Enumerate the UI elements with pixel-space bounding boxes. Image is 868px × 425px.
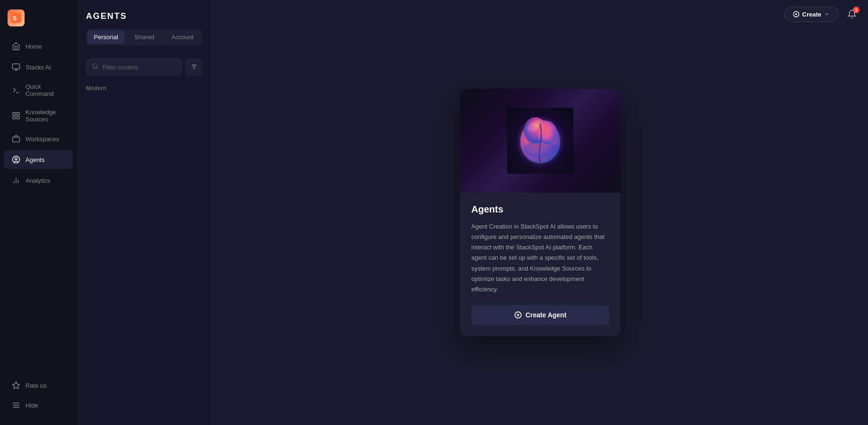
top-actions: Create 1: [784, 6, 860, 23]
sidebar-item-analytics[interactable]: Analytics: [4, 171, 73, 190]
svg-line-21: [97, 68, 98, 69]
svg-rect-8: [17, 117, 19, 119]
sidebar-bottom: Rate us Hide: [0, 371, 77, 419]
svg-marker-16: [13, 382, 20, 389]
sidebar-item-workspaces[interactable]: Workspaces: [4, 129, 73, 148]
filter-button[interactable]: [186, 59, 203, 76]
star-icon: [11, 381, 21, 390]
svg-rect-10: [13, 137, 20, 142]
analytics-icon: [11, 176, 21, 185]
search-icon: [92, 63, 99, 71]
create-agent-button-label: Create Agent: [526, 311, 567, 319]
content-area: Create 1: [213, 0, 868, 425]
create-button-label: Create: [802, 11, 821, 18]
create-button[interactable]: Create: [784, 7, 839, 22]
svg-text:S: S: [13, 15, 17, 22]
home-icon: [11, 42, 21, 51]
search-input[interactable]: [102, 64, 176, 71]
svg-point-12: [15, 158, 17, 160]
sidebar-item-home-label: Home: [26, 43, 42, 50]
tab-shared[interactable]: Shared: [126, 30, 163, 44]
command-icon: [11, 85, 21, 95]
card-title: Agents: [471, 204, 609, 215]
sidebar-item-stacks-ai[interactable]: Stacks AI: [4, 58, 73, 76]
agents-header: AGENTS Personal Shared Account: [77, 0, 212, 53]
sidebar-item-rate-us-label: Rate us: [26, 382, 47, 389]
sidebar-item-rate-us[interactable]: Rate us: [4, 376, 73, 395]
sidebar: S Home Stacks AI: [0, 0, 77, 425]
svg-rect-6: [13, 112, 15, 115]
agents-tabs: Personal Shared Account: [86, 29, 203, 45]
tab-account[interactable]: Account: [164, 30, 201, 44]
sidebar-item-stacks-ai-label: Stacks AI: [26, 64, 51, 71]
sidebar-item-quick-command[interactable]: Quick Command: [4, 78, 73, 102]
notification-badge: 1: [853, 7, 859, 13]
search-filter-row: [77, 53, 212, 81]
sidebar-item-workspaces-label: Workspaces: [26, 136, 59, 143]
svg-rect-7: [17, 112, 19, 115]
tab-personal[interactable]: Personal: [87, 30, 125, 44]
card-body: Agents Agent Creation in StackSpot AI al…: [460, 193, 621, 336]
sidebar-item-hide-label: Hide: [26, 402, 38, 409]
hide-icon: [11, 400, 21, 410]
workspaces-icon: [11, 134, 21, 144]
info-card: Agents Agent Creation in StackSpot AI al…: [460, 89, 621, 336]
stacks-icon: [11, 62, 21, 72]
sidebar-item-agents[interactable]: Agents: [4, 150, 73, 169]
svg-point-20: [93, 64, 97, 68]
svg-point-33: [524, 141, 557, 157]
sidebar-item-agents-label: Agents: [26, 156, 44, 163]
sidebar-item-knowledge-sources-label: Knowledge Sources: [26, 109, 65, 123]
sidebar-item-knowledge-sources[interactable]: Knowledge Sources: [4, 104, 73, 128]
search-box[interactable]: [86, 59, 182, 76]
sidebar-item-home[interactable]: Home: [4, 37, 73, 56]
svg-rect-9: [13, 117, 15, 119]
notification-button[interactable]: 1: [843, 6, 860, 23]
brain-graphic: [507, 108, 573, 174]
agents-panel-title: AGENTS: [86, 11, 203, 21]
main-area: AGENTS Personal Shared Account: [77, 0, 868, 425]
create-agent-button[interactable]: Create Agent: [471, 305, 609, 325]
svg-rect-2: [13, 64, 20, 69]
agents-panel: AGENTS Personal Shared Account: [77, 0, 213, 425]
card-description: Agent Creation in StackSpot AI allows us…: [471, 221, 609, 295]
section-modern-label: Modern: [77, 81, 212, 95]
agents-icon: [11, 155, 21, 164]
sidebar-item-hide[interactable]: Hide: [4, 396, 73, 415]
sidebar-item-quick-command-label: Quick Command: [26, 83, 65, 97]
sidebar-item-analytics-label: Analytics: [26, 177, 50, 184]
card-image: [460, 89, 621, 193]
logo-icon: S: [8, 9, 25, 26]
logo-area: S: [0, 6, 77, 36]
knowledge-icon: [11, 111, 21, 120]
